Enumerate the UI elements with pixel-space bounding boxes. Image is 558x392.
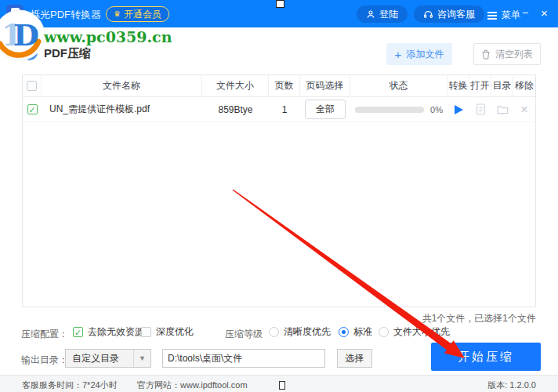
- select-all-checkbox[interactable]: [27, 81, 37, 91]
- level-clarity-option[interactable]: 清晰度优先: [269, 325, 331, 339]
- start-compress-button[interactable]: 开始压缩: [431, 343, 541, 371]
- col-directory: 目录: [491, 75, 513, 96]
- menu-button[interactable]: 菜单: [487, 9, 520, 22]
- col-pages: 页数: [269, 75, 300, 96]
- service-time-text: 客服服务时间：7*24小时: [22, 379, 118, 391]
- standard-label: 标准: [353, 325, 372, 339]
- compress-config-label: 压缩配置：: [21, 328, 68, 341]
- row-checkbox[interactable]: ✓: [27, 104, 38, 114]
- page-title: PDF压缩: [44, 46, 91, 61]
- clarity-label: 清晰度优先: [284, 325, 331, 339]
- remove-icon[interactable]: ×: [520, 103, 527, 116]
- col-file-name: 文件名称: [42, 75, 202, 96]
- app-window: 烁光PDF转换器 ♛ 开通会员 登陆 咨询客服 菜单 − × ← PDF压缩 +…: [0, 0, 558, 392]
- menu-label: 菜单: [502, 9, 520, 22]
- back-button[interactable]: ←: [22, 45, 38, 60]
- file-size: 859Btye: [202, 97, 269, 122]
- add-files-label: 添加文件: [406, 48, 444, 61]
- table-row: ✓ UN_需提供证件模板.pdf 859Btye 1 全部 0% ×: [23, 97, 535, 122]
- chevron-down-icon: ▼: [133, 350, 150, 367]
- standard-radio[interactable]: [339, 327, 349, 337]
- remove-invalid-checkbox[interactable]: ✓: [73, 327, 83, 337]
- filesize-label: 文件大小优先: [393, 325, 450, 339]
- col-page-select: 页码选择: [300, 75, 350, 96]
- file-count-summary: 共1个文件，已选择1个文件: [422, 312, 536, 325]
- output-dir-dropdown[interactable]: 自定义目录 ▼: [65, 349, 151, 368]
- add-files-button[interactable]: + 添加文件: [386, 43, 452, 65]
- hamburger-icon: [487, 15, 497, 16]
- close-button[interactable]: ×: [541, 6, 548, 20]
- option-remove-invalid[interactable]: ✓ 去除无效资源: [73, 325, 144, 339]
- output-path-input[interactable]: [162, 349, 325, 368]
- compress-level-label: 压缩等级: [225, 328, 263, 341]
- col-remove: 移除: [513, 75, 535, 96]
- folder-icon[interactable]: [497, 104, 509, 114]
- cursor-artifact-top: [276, 0, 284, 8]
- remove-invalid-label: 去除无效资源: [88, 325, 144, 339]
- browse-button[interactable]: 选择: [337, 349, 372, 368]
- customer-service-label: 咨询客服: [437, 8, 475, 21]
- cursor-artifact-bottom: [279, 381, 285, 390]
- app-title: 烁光PDF转换器: [30, 8, 101, 22]
- progress-percent: 0%: [430, 105, 443, 114]
- col-status: 状态: [350, 75, 447, 96]
- clear-list-label: 清空列表: [495, 48, 533, 61]
- output-dir-label: 输出目录：: [21, 354, 68, 367]
- headset-icon: [423, 9, 433, 20]
- trash-icon: [481, 49, 491, 60]
- output-dir-selected: 自定义目录: [66, 352, 133, 365]
- file-pages: 1: [269, 97, 300, 122]
- option-deep-optimize[interactable]: 深度优化: [141, 325, 194, 339]
- page-select-button[interactable]: 全部: [305, 100, 346, 119]
- clear-list-button[interactable]: 清空列表: [473, 43, 541, 65]
- document-icon[interactable]: [476, 103, 486, 115]
- login-label: 登陆: [379, 8, 398, 21]
- app-logo-icon: [6, 5, 24, 22]
- deep-optimize-label: 深度优化: [156, 325, 194, 339]
- col-convert: 转换: [447, 75, 469, 96]
- official-website-text: 官方网站：www.ipdftool.com: [137, 379, 248, 391]
- customer-service-button[interactable]: 咨询客服: [414, 5, 484, 23]
- watermark-site-text: www.pc0359.cn: [44, 28, 172, 45]
- clarity-radio[interactable]: [269, 327, 279, 337]
- col-open: 打开: [469, 75, 491, 96]
- status-cell: 0%: [355, 105, 443, 114]
- plus-icon: +: [395, 49, 402, 60]
- progress-bar: [355, 107, 424, 113]
- file-name: UN_需提供证件模板.pdf: [42, 97, 202, 122]
- deep-optimize-checkbox[interactable]: [141, 327, 151, 337]
- table-header-row: 文件名称 文件大小 页数 页码选择 状态 转换 打开 目录 移除: [23, 75, 535, 97]
- file-table: 文件名称 文件大小 页数 页码选择 状态 转换 打开 目录 移除 ✓ UN_需提…: [22, 74, 536, 307]
- crown-icon: ♛: [114, 10, 121, 18]
- vip-upgrade-button[interactable]: ♛ 开通会员: [106, 6, 169, 22]
- convert-play-icon[interactable]: [455, 105, 463, 114]
- level-filesize-option[interactable]: 文件大小优先: [379, 325, 450, 339]
- version-text: 版本: 1.2.0.0: [487, 379, 536, 391]
- vip-upgrade-label: 开通会员: [124, 8, 161, 21]
- filesize-radio[interactable]: [379, 327, 389, 337]
- minimize-button[interactable]: −: [522, 6, 528, 19]
- level-standard-option[interactable]: 标准: [339, 325, 372, 339]
- login-button[interactable]: 登陆: [357, 5, 408, 23]
- user-icon: [366, 9, 375, 19]
- col-file-size: 文件大小: [202, 75, 269, 96]
